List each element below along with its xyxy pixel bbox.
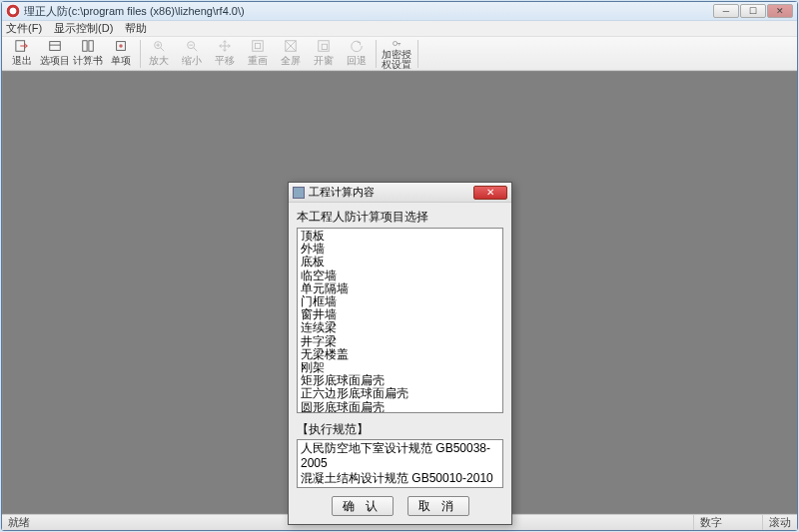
ok-button[interactable]: 确 认 (332, 496, 394, 516)
cancel-button[interactable]: 取 消 (407, 496, 469, 516)
exit-icon (14, 39, 30, 53)
tool-calcbook[interactable]: 计算书 (72, 38, 104, 70)
tool-refresh[interactable]: 重画 (242, 38, 274, 70)
dialog-titlebar: 工程计算内容 ✕ (289, 183, 511, 203)
minimize-button[interactable]: ─ (713, 4, 739, 18)
tool-back[interactable]: 回退 (341, 38, 373, 70)
svg-point-21 (394, 41, 398, 45)
list-item[interactable]: 底板 (301, 256, 499, 268)
svg-point-6 (119, 44, 123, 48)
app-icon (6, 4, 20, 18)
dialog-button-row: 确 认 取 消 (297, 496, 503, 516)
menubar: 文件(F) 显示控制(D) 帮助 (2, 21, 797, 37)
tool-exit[interactable]: 退出 (6, 38, 38, 70)
close-button[interactable]: ✕ (767, 4, 793, 18)
titlebar: 理正人防(c:\program files (x86)\lizheng\rf4.… (2, 2, 797, 21)
menu-view[interactable]: 显示控制(D) (54, 21, 113, 36)
list-item[interactable]: 混凝土结构设计规范 GB50010-2010 (301, 471, 499, 486)
tool-window[interactable]: 开窗 (308, 38, 340, 70)
tool-license[interactable]: 加密授 权设置 (379, 38, 414, 70)
book-icon (80, 39, 96, 53)
svg-rect-14 (253, 41, 264, 52)
list-item[interactable]: 外墙 (301, 243, 499, 256)
fullscreen-icon (283, 39, 299, 53)
toolbar-separator (417, 40, 418, 68)
dialog-close-button[interactable]: ✕ (473, 186, 507, 200)
list-item[interactable]: 人民防空地下室设计规范 GB50038-2005 (301, 441, 499, 471)
list-item[interactable]: 井字梁 (301, 335, 499, 348)
tool-single[interactable]: 单项 (105, 38, 137, 70)
tool-zoomout[interactable]: 缩小 (176, 38, 208, 70)
dialog-body: 本工程人防计算项目选择 顶板 外墙 底板 临空墙 单元隔墙 门框墙 窗井墙 连续… (289, 203, 511, 524)
svg-rect-1 (50, 42, 61, 51)
dialog-title: 工程计算内容 (309, 185, 375, 200)
spec-listbox[interactable]: 人民防空地下室设计规范 GB50038-2005 混凝土结构设计规范 GB500… (297, 439, 503, 488)
zoomout-icon (184, 39, 200, 53)
tool-full[interactable]: 全屏 (275, 38, 307, 70)
list-item[interactable]: 无梁楼盖 (301, 348, 499, 361)
svg-rect-15 (255, 43, 260, 48)
license-icon (389, 38, 404, 49)
window-title: 理正人防(c:\program files (x86)\lizheng\rf4.… (24, 4, 245, 19)
project-icon (47, 39, 63, 53)
svg-line-12 (194, 48, 198, 52)
list-item[interactable]: 顶板 (301, 230, 499, 243)
main-window: 理正人防(c:\program files (x86)\lizheng\rf4.… (1, 1, 798, 531)
window-icon (316, 39, 332, 53)
status-scroll: 滚动 (762, 515, 791, 530)
content-area: 工程计算内容 ✕ 本工程人防计算项目选择 顶板 外墙 底板 临空墙 单元隔墙 门… (2, 71, 797, 514)
back-icon (349, 39, 365, 53)
toolbar-separator (376, 40, 377, 68)
spec-label: 【执行规范】 (297, 421, 503, 438)
tool-zoomin[interactable]: 放大 (143, 38, 175, 70)
zoomin-icon (151, 39, 167, 53)
single-icon (113, 39, 129, 53)
refresh-icon (250, 39, 266, 53)
svg-line-8 (161, 48, 165, 52)
calc-content-dialog: 工程计算内容 ✕ 本工程人防计算项目选择 顶板 外墙 底板 临空墙 单元隔墙 门… (288, 182, 512, 525)
pan-icon (217, 39, 233, 53)
tool-pan[interactable]: 平移 (209, 38, 241, 70)
svg-rect-3 (83, 41, 87, 52)
maximize-button[interactable]: ☐ (740, 4, 766, 18)
list-item[interactable]: 连续梁 (301, 321, 499, 334)
list-item[interactable]: 正六边形底球面扁壳 (301, 387, 499, 400)
item-listbox[interactable]: 顶板 外墙 底板 临空墙 单元隔墙 门框墙 窗井墙 连续梁 井字梁 无梁楼盖 刚… (297, 228, 503, 413)
dialog-icon (293, 187, 305, 199)
toolbar: 退出 选项目 计算书 单项 放大 缩小 平移 重画 (2, 37, 797, 71)
menu-help[interactable]: 帮助 (125, 21, 147, 36)
tool-project[interactable]: 选项目 (39, 38, 71, 70)
list-item[interactable]: 临空墙 (301, 269, 499, 282)
svg-rect-4 (89, 41, 93, 52)
dialog-heading: 本工程人防计算项目选择 (297, 209, 503, 226)
svg-rect-20 (322, 44, 327, 49)
toolbar-separator (140, 40, 141, 68)
menu-file[interactable]: 文件(F) (6, 21, 42, 36)
status-num: 数字 (693, 515, 722, 530)
list-item[interactable]: 圆形底球面扁壳 (301, 401, 499, 413)
status-text: 就绪 (8, 515, 30, 530)
